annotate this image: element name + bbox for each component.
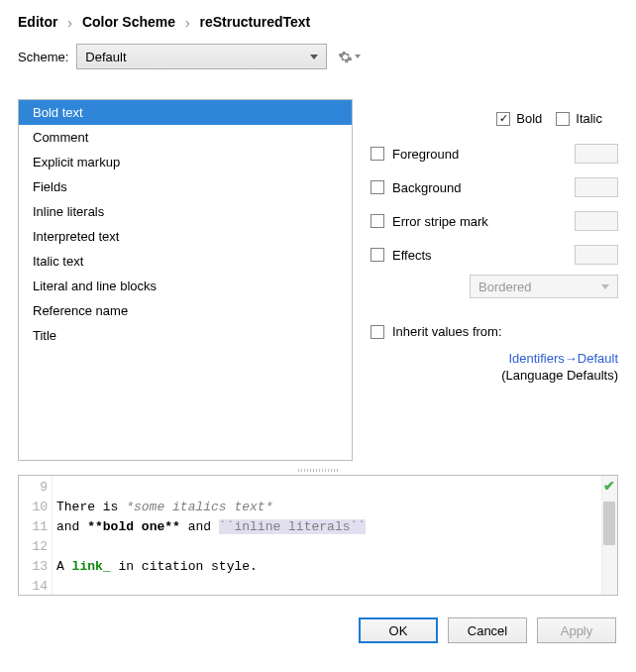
list-item[interactable]: Explicit markup <box>19 150 352 174</box>
chevron-right-icon: › <box>67 15 72 31</box>
cancel-button[interactable]: Cancel <box>448 617 527 643</box>
list-item[interactable]: Reference name <box>19 298 352 323</box>
gear-icon <box>338 50 353 64</box>
scheme-settings-button[interactable] <box>335 44 363 69</box>
effects-label: Effects <box>392 248 432 263</box>
chevron-down-icon <box>355 55 361 58</box>
list-item[interactable]: Inline literals <box>19 199 352 224</box>
line-number-gutter: 91011121314 <box>19 476 53 595</box>
background-checkbox[interactable]: Background <box>371 180 461 195</box>
error-stripe-label: Error stripe mark <box>392 214 488 229</box>
checkbox-icon <box>556 112 570 126</box>
inherit-checkbox[interactable]: Inherit values from: <box>371 324 618 339</box>
effects-type-value: Bordered <box>478 280 531 294</box>
error-stripe-swatch[interactable] <box>575 211 618 231</box>
grip-icon <box>298 469 338 472</box>
code-area[interactable]: There is *some italics text*and **bold o… <box>56 476 599 595</box>
list-item[interactable]: Interpreted text <box>19 224 352 249</box>
cancel-label: Cancel <box>468 623 507 638</box>
checkbox-icon <box>371 214 384 228</box>
preview-scrollbar[interactable]: ✔ <box>601 476 617 595</box>
breadcrumb: Editor › Color Scheme › reStructuredText <box>18 14 618 30</box>
inherit-link[interactable]: Identifiers→Default <box>371 351 618 366</box>
inspection-ok-icon: ✔ <box>603 478 615 494</box>
list-item[interactable]: Bold text <box>19 100 352 125</box>
bold-label: Bold <box>516 111 542 126</box>
checkbox-icon <box>371 180 384 194</box>
scheme-label: Scheme: <box>18 50 68 64</box>
effects-swatch[interactable] <box>575 245 618 265</box>
horizontal-splitter[interactable] <box>18 467 618 473</box>
scrollbar-thumb[interactable] <box>603 502 615 545</box>
breadcrumb-color-scheme[interactable]: Color Scheme <box>82 14 175 30</box>
code-preview[interactable]: 91011121314 There is *some italics text*… <box>18 475 618 596</box>
scheme-value: Default <box>85 50 126 64</box>
list-item[interactable]: Fields <box>19 174 352 199</box>
attributes-list[interactable]: Bold textCommentExplicit markupFieldsInl… <box>18 99 353 461</box>
bold-checkbox[interactable]: Bold <box>496 111 542 126</box>
properties-panel: Bold Italic Foreground Background <box>371 99 618 461</box>
apply-label: Apply <box>561 623 593 638</box>
effects-checkbox[interactable]: Effects <box>371 248 432 263</box>
foreground-swatch[interactable] <box>575 144 618 164</box>
list-item[interactable]: Literal and line blocks <box>19 274 352 298</box>
italic-checkbox[interactable]: Italic <box>556 111 602 126</box>
error-stripe-checkbox[interactable]: Error stripe mark <box>371 214 488 229</box>
foreground-checkbox[interactable]: Foreground <box>371 147 459 162</box>
checkbox-icon <box>371 325 384 339</box>
background-label: Background <box>392 180 461 195</box>
breadcrumb-restructuredtext: reStructuredText <box>200 14 311 30</box>
scheme-select[interactable]: Default <box>76 44 327 69</box>
chevron-down-icon <box>310 55 318 59</box>
breadcrumb-editor[interactable]: Editor <box>18 14 57 30</box>
inherit-label: Inherit values from: <box>392 324 502 339</box>
list-item[interactable]: Italic text <box>19 249 352 274</box>
list-item[interactable]: Comment <box>19 125 352 150</box>
checkbox-icon <box>496 112 510 126</box>
background-swatch[interactable] <box>575 177 618 197</box>
ok-button[interactable]: OK <box>359 617 438 643</box>
foreground-label: Foreground <box>392 147 459 162</box>
inherit-sublabel: (Language Defaults) <box>371 368 618 383</box>
chevron-down-icon <box>601 284 609 289</box>
checkbox-icon <box>371 147 384 161</box>
list-item[interactable]: Title <box>19 323 352 348</box>
checkbox-icon <box>371 248 384 262</box>
italic-label: Italic <box>576 111 602 126</box>
apply-button: Apply <box>537 617 616 643</box>
effects-type-select[interactable]: Bordered <box>470 275 618 298</box>
chevron-right-icon: › <box>185 15 190 31</box>
ok-label: OK <box>389 623 408 638</box>
